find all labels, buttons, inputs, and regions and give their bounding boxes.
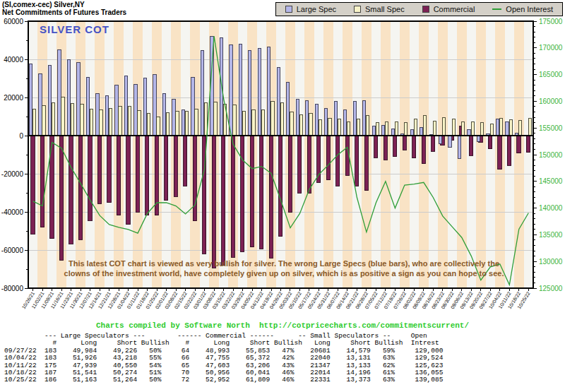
chart-watermark: SILVER COT xyxy=(40,23,109,35)
svg-text:160000: 160000 xyxy=(539,97,563,105)
svg-text:20000: 20000 xyxy=(4,94,23,102)
annotation-line-2: clowns of the investment world, have com… xyxy=(34,269,534,279)
left-axis: 6000040000200000-20000-40000-60000-80000 xyxy=(1,18,28,292)
credits-line: Charts compiled by Software North http:/… xyxy=(0,321,565,330)
credits-text: Charts compiled by Software North xyxy=(96,321,250,330)
svg-text:-60000: -60000 xyxy=(1,247,24,254)
svg-text:60000: 60000 xyxy=(4,18,23,25)
svg-text:140000: 140000 xyxy=(539,204,563,212)
svg-text:170000: 170000 xyxy=(539,44,563,52)
cot-data-table: --- Large Speculators --- ------ Commerc… xyxy=(4,333,443,384)
svg-text:-80000: -80000 xyxy=(1,285,24,292)
right-axis: 1750001700001650001600001550001500001450… xyxy=(533,18,563,292)
svg-text:40000: 40000 xyxy=(4,56,23,64)
svg-text:130000: 130000 xyxy=(539,258,563,266)
svg-text:150000: 150000 xyxy=(539,151,563,159)
annotation-line-1: This latest COT chart is viewed as very … xyxy=(34,259,534,269)
svg-text:-20000: -20000 xyxy=(1,170,24,178)
credits-url[interactable]: http://cotpricecharts.com/commitmentscur… xyxy=(259,321,469,330)
svg-text:145000: 145000 xyxy=(539,177,563,185)
annotation-text: This latest COT chart is viewed as very … xyxy=(34,259,534,278)
svg-text:135000: 135000 xyxy=(539,231,563,239)
svg-text:125000: 125000 xyxy=(539,285,563,292)
svg-text:165000: 165000 xyxy=(539,71,563,78)
svg-text:-40000: -40000 xyxy=(1,208,24,216)
date-axis: 10/26/2111/02/2111/09/2111/16/2111/23/21… xyxy=(21,288,531,310)
svg-text:155000: 155000 xyxy=(539,124,563,132)
svg-text:175000: 175000 xyxy=(539,18,563,25)
svg-text:0: 0 xyxy=(19,132,23,140)
cot-chart-page: (SI,comex-cec) Silver,NY Net Commitments… xyxy=(0,0,565,392)
